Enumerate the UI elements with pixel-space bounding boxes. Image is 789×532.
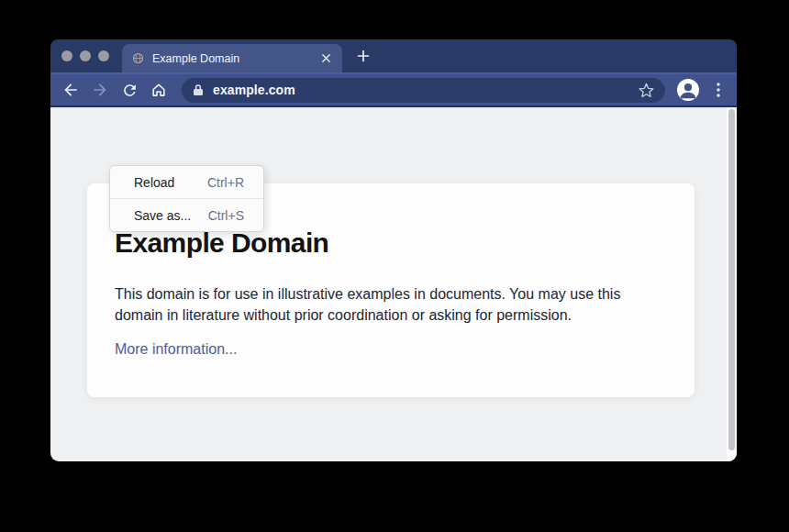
menu-item-reload[interactable]: Reload Ctrl+R xyxy=(110,166,263,198)
star-icon xyxy=(638,82,655,99)
plus-icon xyxy=(357,50,370,62)
browser-menu-button[interactable] xyxy=(706,77,731,103)
kebab-menu-icon xyxy=(717,83,720,97)
favicon-globe-icon xyxy=(132,52,144,64)
page-viewport: Example Domain This domain is for use in… xyxy=(50,107,737,461)
menu-item-shortcut: Ctrl+S xyxy=(208,208,244,223)
menu-item-label: Reload xyxy=(134,175,207,190)
back-arrow-icon xyxy=(61,81,80,99)
forward-button[interactable] xyxy=(87,77,113,103)
navigation-toolbar: example.com xyxy=(50,72,737,107)
tab-example-domain[interactable]: Example Domain xyxy=(122,44,342,72)
scrollbar-thumb[interactable] xyxy=(728,109,735,450)
tab-title: Example Domain xyxy=(152,52,318,65)
window-minimize-button[interactable] xyxy=(80,50,91,61)
menu-item-label: Save as... xyxy=(134,208,208,223)
lock-icon[interactable] xyxy=(193,83,204,96)
reload-button[interactable] xyxy=(117,77,142,103)
home-button[interactable] xyxy=(146,77,172,103)
profile-avatar-button[interactable] xyxy=(676,78,700,102)
titlebar: Example Domain xyxy=(50,39,737,72)
desktop: { "tab": { "title": "Example Domain" }, … xyxy=(0,0,789,532)
tab-close-icon[interactable] xyxy=(318,51,333,66)
window-controls xyxy=(61,50,109,61)
avatar-person-icon xyxy=(676,78,700,102)
reload-icon xyxy=(121,82,139,99)
browser-window: Example Domain xyxy=(50,39,737,461)
home-icon xyxy=(150,81,168,99)
bookmark-star-button[interactable] xyxy=(636,80,656,100)
url-text[interactable]: example.com xyxy=(213,83,636,97)
page-heading: Example Domain xyxy=(115,227,667,259)
page-paragraph: This domain is for use in illustrative e… xyxy=(115,283,658,326)
menu-item-save-as[interactable]: Save as... Ctrl+S xyxy=(110,199,263,231)
context-menu: Reload Ctrl+R Save as... Ctrl+S xyxy=(109,165,264,232)
window-close-button[interactable] xyxy=(61,50,72,61)
window-zoom-button[interactable] xyxy=(98,50,109,61)
forward-arrow-icon xyxy=(91,81,109,99)
scrollbar[interactable] xyxy=(727,107,737,461)
back-button[interactable] xyxy=(58,77,83,103)
more-information-link[interactable]: More information... xyxy=(115,341,237,358)
address-bar[interactable]: example.com xyxy=(182,78,665,103)
new-tab-button[interactable] xyxy=(353,46,373,66)
menu-item-shortcut: Ctrl+R xyxy=(207,175,244,190)
